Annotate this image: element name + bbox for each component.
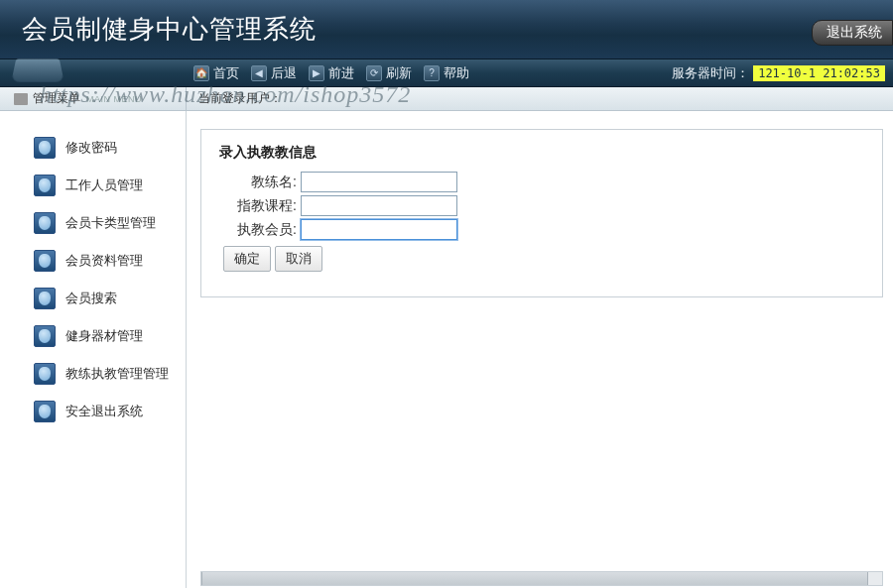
form-row-member: 执教会员:	[219, 219, 864, 240]
nav-label: 帮助	[444, 64, 469, 82]
coach-name-label: 教练名:	[219, 174, 297, 191]
person-icon	[34, 325, 56, 347]
subbar-left-sub: MAIN MENU	[86, 94, 142, 104]
nav-back-button[interactable]: ◀ 后退	[251, 64, 297, 82]
sidebar-item-label: 安全退出系统	[65, 404, 143, 420]
toolbar: 🏠 首页 ◀ 后退 ▶ 前进 ⟳ 刷新 ? 帮助 服务器时间： 121-10-1…	[0, 59, 893, 87]
person-icon	[34, 250, 56, 272]
sidebar: 修改密码 工作人员管理 会员卡类型管理 会员资料管理 会员搜索 健身器材管理 教…	[0, 111, 187, 588]
server-time-value: 121-10-1 21:02:53	[753, 65, 885, 81]
subbar-right: 当前登录用户：	[187, 90, 282, 107]
form-panel: 录入执教教信息 教练名: 指教课程: 执教会员: 确定 取消	[200, 129, 883, 297]
cancel-button[interactable]: 取消	[275, 246, 322, 272]
laptop-decoration-icon	[11, 59, 64, 82]
home-icon: 🏠	[193, 65, 209, 81]
course-input[interactable]	[301, 195, 457, 216]
sidebar-item-change-password[interactable]: 修改密码	[34, 137, 186, 159]
help-icon: ?	[424, 65, 440, 81]
horizontal-scrollbar[interactable]	[200, 571, 883, 586]
sidebar-item-coach-mgmt[interactable]: 教练执教管理管理	[34, 363, 186, 385]
nav-refresh-button[interactable]: ⟳ 刷新	[366, 64, 412, 82]
menu-indicator-icon	[14, 93, 28, 105]
form-row-course: 指教课程:	[219, 195, 864, 216]
exit-system-button[interactable]: 退出系统	[812, 20, 893, 46]
sidebar-item-label: 工作人员管理	[65, 177, 143, 194]
nav-home-button[interactable]: 🏠 首页	[193, 64, 239, 82]
sidebar-item-card-type[interactable]: 会员卡类型管理	[34, 212, 186, 234]
sidebar-item-member-info[interactable]: 会员资料管理	[34, 250, 186, 272]
sub-bar: 管理菜单 MAIN MENU 当前登录用户：	[0, 87, 893, 111]
sidebar-item-label: 会员卡类型管理	[65, 215, 156, 232]
app-header: 会员制健身中心管理系统 退出系统	[0, 0, 893, 59]
nav-label: 后退	[271, 64, 297, 82]
nav-label: 前进	[328, 64, 354, 82]
sidebar-item-label: 修改密码	[65, 140, 117, 157]
person-icon	[34, 401, 56, 422]
nav-label: 刷新	[386, 64, 412, 82]
current-user-label: 当前登录用户：	[198, 91, 282, 105]
main-panel: 录入执教教信息 教练名: 指教课程: 执教会员: 确定 取消	[187, 111, 893, 588]
member-label: 执教会员:	[219, 221, 297, 239]
sidebar-item-label: 健身器材管理	[65, 328, 143, 345]
sidebar-item-equipment[interactable]: 健身器材管理	[34, 325, 186, 347]
button-row: 确定 取消	[223, 246, 864, 272]
submit-button[interactable]: 确定	[223, 246, 271, 272]
nav-forward-button[interactable]: ▶ 前进	[309, 64, 354, 82]
coach-name-input[interactable]	[301, 172, 457, 192]
content-area: 修改密码 工作人员管理 会员卡类型管理 会员资料管理 会员搜索 健身器材管理 教…	[0, 111, 893, 588]
sidebar-item-label: 会员资料管理	[65, 253, 143, 270]
app-title: 会员制健身中心管理系统	[0, 12, 317, 47]
refresh-icon: ⟳	[366, 65, 382, 81]
person-icon	[34, 137, 56, 159]
sidebar-item-staff[interactable]: 工作人员管理	[34, 175, 186, 196]
server-time-label: 服务器时间：	[672, 64, 749, 82]
person-icon	[34, 363, 56, 385]
form-row-coach: 教练名:	[219, 172, 864, 192]
member-input[interactable]	[301, 219, 457, 240]
forward-icon: ▶	[309, 65, 324, 81]
sidebar-item-logout[interactable]: 安全退出系统	[34, 401, 186, 422]
form-title: 录入执教教信息	[219, 144, 864, 162]
person-icon	[34, 288, 56, 309]
nav-help-button[interactable]: ? 帮助	[424, 64, 469, 82]
subbar-left: 管理菜单 MAIN MENU	[0, 87, 187, 110]
scroll-thumb[interactable]	[201, 572, 868, 585]
sidebar-item-member-search[interactable]: 会员搜索	[34, 288, 186, 309]
person-icon	[34, 175, 56, 196]
sidebar-item-label: 教练执教管理管理	[65, 366, 169, 383]
server-time: 服务器时间： 121-10-1 21:02:53	[672, 64, 885, 82]
back-icon: ◀	[251, 65, 267, 81]
person-icon	[34, 212, 56, 234]
nav-label: 首页	[213, 64, 239, 82]
sidebar-item-label: 会员搜索	[65, 291, 117, 307]
subbar-left-label: 管理菜单	[33, 90, 80, 107]
course-label: 指教课程:	[219, 197, 297, 215]
